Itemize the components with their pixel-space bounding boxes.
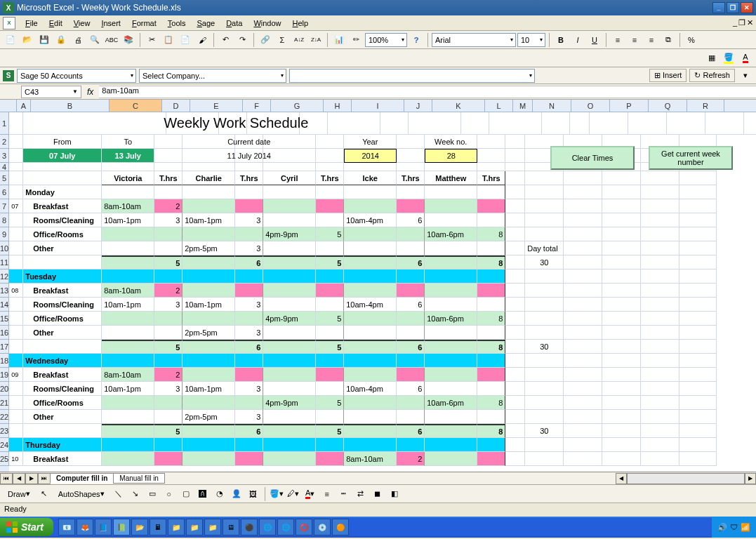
cell-I4[interactable] — [344, 163, 397, 171]
spellcheck-icon[interactable]: ABC — [104, 32, 119, 48]
fx-icon[interactable]: fx — [87, 87, 93, 97]
row-header-19[interactable]: 19 — [0, 368, 9, 382]
taskbar-app-10[interactable]: 🖥 — [223, 519, 239, 535]
sheet-tab-manual[interactable]: Manual fill in — [113, 473, 165, 484]
cell-F5[interactable]: T.hrs — [235, 171, 263, 185]
maximize-button[interactable]: ❐ — [727, 2, 739, 13]
cell-L16[interactable] — [477, 326, 505, 340]
cell-J10[interactable] — [397, 241, 425, 255]
cell-P7[interactable] — [602, 199, 641, 213]
cell-N24[interactable] — [525, 438, 564, 452]
cell-A15[interactable] — [9, 312, 23, 326]
cell-O12[interactable] — [564, 270, 602, 284]
tab-first-icon[interactable]: ⏮ — [0, 473, 13, 484]
cell-C18[interactable] — [102, 354, 154, 368]
cell-F3[interactable]: 11 July 2014 — [235, 149, 263, 163]
cell-A12[interactable] — [9, 270, 23, 284]
cell-E23[interactable] — [183, 424, 235, 438]
tab-last-icon[interactable]: ⏭ — [38, 473, 51, 484]
cell-N5[interactable] — [525, 171, 564, 185]
cell-E11[interactable] — [183, 255, 235, 270]
cell-F15[interactable] — [235, 312, 263, 326]
cell-J11[interactable]: 6 — [397, 255, 425, 270]
cell-I22[interactable] — [344, 410, 397, 424]
cell-N9[interactable] — [525, 227, 564, 241]
cell-I21[interactable] — [344, 396, 397, 410]
cell-L22[interactable] — [477, 410, 505, 424]
taskbar-app-4[interactable]: 📗 — [113, 519, 130, 535]
cell-J23[interactable]: 6 — [397, 424, 425, 438]
cell-R14[interactable] — [679, 298, 717, 312]
cell-E10[interactable]: 2pm-5pm — [183, 241, 235, 255]
cell-D3[interactable] — [154, 149, 183, 163]
cell-A8[interactable] — [9, 213, 23, 227]
cell-M25[interactable] — [505, 452, 525, 466]
row-header-21[interactable]: 21 — [0, 396, 9, 410]
cell-D8[interactable]: 3 — [154, 213, 183, 227]
cell-R20[interactable] — [679, 382, 717, 396]
cell-O18[interactable] — [564, 354, 602, 368]
row-header-22[interactable]: 22 — [0, 410, 9, 424]
diagram-icon[interactable]: ◔ — [212, 486, 227, 502]
cell-E16[interactable]: 2pm-5pm — [183, 326, 235, 340]
cell-B9[interactable]: Office/Rooms — [23, 227, 102, 241]
cell-K12[interactable] — [425, 270, 477, 284]
cell-L13[interactable] — [477, 284, 505, 298]
cell-E7[interactable] — [183, 199, 235, 213]
tray-icon[interactable]: 🔊 — [717, 523, 727, 532]
cell-F22[interactable]: 3 — [235, 410, 263, 424]
cell-K22[interactable] — [425, 410, 477, 424]
cell-D18[interactable] — [154, 354, 183, 368]
cell-grid[interactable]: Weekly Work ScheduleFromToCurrent dateYe… — [9, 112, 756, 472]
cell-I15[interactable] — [344, 312, 397, 326]
row-header-15[interactable]: 15 — [0, 312, 9, 326]
cell-B16[interactable]: Other — [23, 326, 102, 340]
menu-insert[interactable]: Insert — [95, 18, 126, 29]
row-header-7[interactable]: 7 — [0, 199, 9, 213]
cell-Q11[interactable] — [641, 255, 679, 270]
cell-F19[interactable] — [235, 368, 263, 382]
cell-R15[interactable] — [679, 312, 717, 326]
cell-J6[interactable] — [397, 185, 425, 199]
cell-C5[interactable]: Victoria — [102, 171, 154, 185]
cell-R22[interactable] — [679, 410, 717, 424]
line-style-icon[interactable]: ≡ — [319, 486, 335, 502]
cell-K9[interactable]: 10am-6pm — [425, 227, 477, 241]
cell-B11[interactable] — [23, 255, 102, 270]
cell-L10[interactable] — [477, 241, 505, 255]
menu-edit[interactable]: Edit — [44, 18, 68, 29]
cell-K7[interactable] — [425, 199, 477, 213]
cell-R21[interactable] — [679, 396, 717, 410]
menu-window[interactable]: Window — [248, 18, 286, 29]
cell-C7[interactable]: 8am-10am — [102, 199, 154, 213]
cell-N15[interactable] — [525, 312, 564, 326]
cell-H12[interactable] — [316, 270, 344, 284]
cell-C23[interactable] — [102, 424, 154, 438]
shadow-icon[interactable]: ◼ — [370, 486, 385, 502]
cell-I7[interactable] — [344, 199, 397, 213]
cell-G9[interactable]: 4pm-9pm — [263, 227, 316, 241]
row-header-10[interactable]: 10 — [0, 241, 9, 255]
cell-P11[interactable] — [602, 255, 641, 270]
formula-input[interactable]: 8am-10am — [99, 86, 756, 98]
format-painter-icon[interactable]: 🖌 — [194, 32, 210, 48]
cell-J4[interactable] — [397, 163, 425, 171]
cell-B7[interactable]: Breakfast — [23, 199, 102, 213]
col-header-N[interactable]: N — [533, 100, 571, 112]
cell-A23[interactable] — [9, 424, 23, 438]
cell-A25[interactable]: 10 — [9, 452, 23, 466]
col-header-O[interactable]: O — [571, 100, 610, 112]
cell-C20[interactable]: 10am-1pm — [102, 382, 154, 396]
cell-G8[interactable] — [263, 213, 316, 227]
cell-K23[interactable] — [425, 424, 477, 438]
sort-desc-icon[interactable]: Z↓A — [308, 32, 324, 48]
cell-F2[interactable]: Current date — [235, 135, 263, 149]
cell-M21[interactable] — [505, 396, 525, 410]
copy-icon[interactable]: 📋 — [161, 32, 176, 48]
cell-D22[interactable] — [154, 410, 183, 424]
cell-D7[interactable]: 2 — [154, 199, 183, 213]
cell-I3[interactable]: 2014 — [344, 149, 397, 163]
menu-format[interactable]: Format — [126, 18, 162, 29]
cell-F4[interactable] — [235, 163, 263, 171]
3d-icon[interactable]: ◧ — [387, 486, 402, 502]
